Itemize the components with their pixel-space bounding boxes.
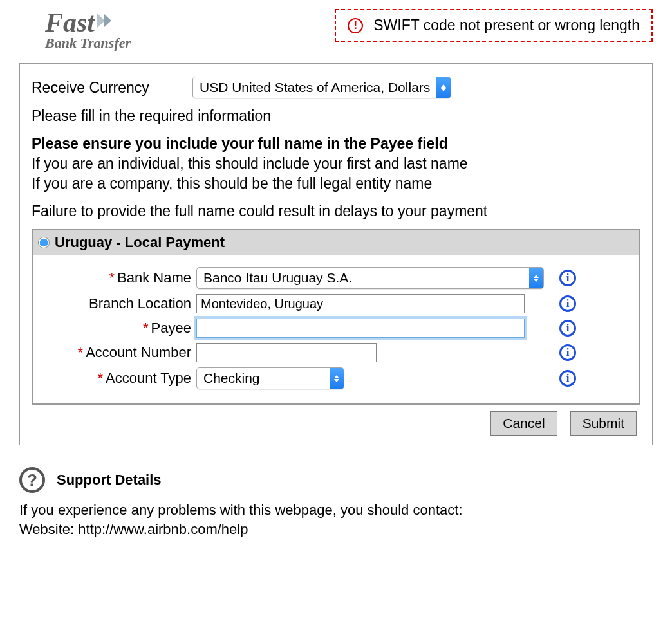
bank-name-label: Bank Name: [117, 270, 191, 286]
receive-currency-value: USD United States of America, Dollars: [193, 77, 436, 98]
question-icon: ?: [19, 467, 45, 493]
bank-name-select[interactable]: Banco Itau Uruguay S.A.: [196, 267, 544, 289]
support-title: Support Details: [57, 472, 162, 488]
info-icon[interactable]: i: [559, 295, 576, 312]
select-arrows-icon: [436, 77, 451, 98]
payment-method-panel: Uruguay - Local Payment *Bank Name Banco…: [32, 229, 640, 405]
alert-text: SWIFT code not present or wrong length: [373, 17, 640, 34]
cancel-button[interactable]: Cancel: [490, 411, 557, 436]
select-arrows-icon: [529, 268, 543, 288]
name-instructions: Please ensure you include your full name…: [32, 134, 640, 194]
logo-line2: Bank Transfer: [45, 36, 131, 50]
radio-selected-icon: [38, 237, 50, 248]
branch-location-label: Branch Location: [89, 295, 191, 311]
payee-label: Payee: [151, 320, 191, 336]
payee-input[interactable]: [196, 319, 525, 338]
bank-name-value: Banco Itau Uruguay S.A.: [197, 268, 529, 288]
account-type-label: Account Type: [106, 370, 191, 386]
account-number-label: Account Number: [86, 344, 191, 360]
receive-currency-label: Receive Currency: [32, 79, 192, 97]
main-form-panel: Receive Currency USD United States of Am…: [19, 63, 653, 445]
support-section: ? Support Details If you experience any …: [19, 467, 653, 539]
support-website-label: Website:: [19, 521, 78, 537]
payment-method-title: Uruguay - Local Payment: [55, 234, 225, 251]
account-number-input[interactable]: [196, 343, 377, 362]
info-icon[interactable]: i: [559, 270, 576, 286]
ensure-line1: If you are an individual, this should in…: [32, 154, 640, 174]
alert-icon: !: [348, 18, 363, 33]
payment-method-header[interactable]: Uruguay - Local Payment: [33, 230, 639, 255]
ensure-line2: If you are a company, this should be the…: [32, 174, 640, 194]
support-website-url[interactable]: http://www.airbnb.com/help: [78, 521, 248, 537]
failure-warning: Failure to provide the full name could r…: [32, 201, 640, 221]
receive-currency-select[interactable]: USD United States of America, Dollars: [192, 77, 451, 98]
info-icon[interactable]: i: [559, 370, 576, 387]
account-type-value: Checking: [197, 368, 330, 389]
logo-line1: Fast: [45, 9, 95, 36]
ensure-bold: Please ensure you include your full name…: [32, 134, 640, 154]
select-arrows-icon: [330, 368, 344, 389]
account-type-select[interactable]: Checking: [196, 367, 344, 389]
info-icon[interactable]: i: [559, 344, 576, 361]
error-alert: ! SWIFT code not present or wrong length: [335, 9, 653, 42]
info-icon[interactable]: i: [559, 320, 576, 337]
logo-arrow-icon: [96, 11, 117, 30]
branch-location-input[interactable]: [196, 294, 525, 313]
logo: Fast Bank Transfer: [19, 9, 131, 50]
fill-required-text: Please fill in the required information: [32, 106, 640, 126]
support-intro: If you experience any problems with this…: [19, 501, 653, 520]
submit-button[interactable]: Submit: [570, 411, 637, 436]
